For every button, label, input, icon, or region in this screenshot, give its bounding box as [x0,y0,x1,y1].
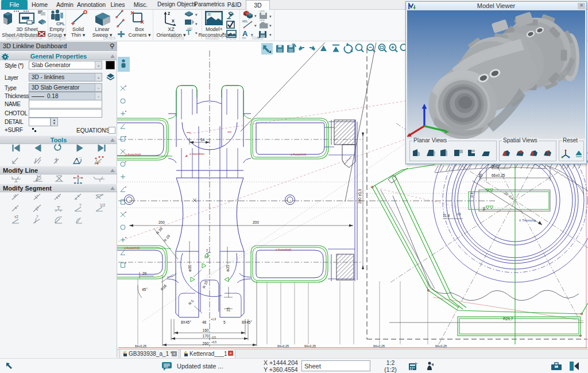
svg-text:64+0,25: 64+0,25 [135,344,146,348]
svg-text:M: M [257,36,259,39]
svg-text:64+0,25: 64+0,25 [373,344,385,348]
svg-text:+1,9: +1,9 [211,318,216,321]
svg-text:3x45°: 3x45° [491,164,501,168]
svg-text:TXT: TXT [242,37,246,40]
svg-text:Sheet: Sheet [2,32,16,38]
svg-text:Orientation ▾: Orientation ▾ [156,32,186,38]
svg-text:?: ? [36,215,38,219]
svg-text:⌀ reposition: ⌀ reposition [189,152,204,156]
svg-text:25: 25 [226,307,230,312]
svg-text:10: 10 [478,173,483,177]
svg-text:Sweep ▾: Sweep ▾ [92,32,113,38]
svg-text:Empty: Empty [49,26,64,32]
svg-text:R 5: R 5 [188,298,195,305]
svg-text:29: 29 [142,271,147,275]
svg-text:160: 160 [203,328,209,332]
svg-text:...: ... [7,52,10,56]
svg-text:280 ±0,3: 280 ±0,3 [358,189,362,204]
svg-text:CPL: CPL [56,21,65,26]
svg-text:⌀ Ausschnitt: ⌀ Ausschnitt [125,153,141,156]
svg-text:x: x [172,18,175,24]
svg-text:5: 5 [223,320,226,324]
svg-text:+0,5: +0,5 [211,341,216,344]
svg-text:...: ... [79,154,82,158]
svg-text:48: 48 [202,320,207,324]
svg-text:▾: ▾ [195,31,198,35]
svg-text:64+0,25: 64+0,25 [304,344,316,348]
svg-text:Box: Box [135,26,144,32]
svg-text:3D Sheet: 3D Sheet [16,26,38,32]
svg-text:MDL: MDL [242,20,248,23]
svg-text:▾: ▾ [195,13,198,17]
svg-text:R16: R16 [160,283,167,292]
svg-text:z: z [168,10,170,16]
svg-text:Reconstruct ▾: Reconstruct ▾ [198,32,230,38]
svg-text:XZ: XZ [168,26,175,32]
svg-text:OPR: OPR [260,10,265,13]
svg-text:♗ Trennung: ♗ Trennung [519,219,536,222]
svg-text:200: 200 [158,220,165,224]
svg-text:64+0,25: 64+0,25 [435,344,447,348]
svg-text:66±0,25: 66±0,25 [492,173,505,177]
svg-text:°: ° [248,18,249,22]
svg-text:R 38: R 38 [155,226,163,235]
svg-text:R 15: R 15 [202,280,208,289]
svg-text:▾: ▾ [269,24,272,28]
svg-text:3D: 3D [207,13,211,16]
svg-text:-0,3: -0,3 [457,213,461,216]
svg-text:x2: x2 [14,215,18,219]
svg-text:8X45°: 8X45° [181,320,191,324]
svg-text:Linear: Linear [95,26,109,32]
svg-text:OPR: OPR [260,19,265,22]
svg-text:54: 54 [200,138,205,142]
svg-text:⌀ Ausschnitt: ⌀ Ausschnitt [291,153,307,156]
svg-text:⌀ Ausschnitt: ⌀ Ausschnitt [124,246,140,250]
svg-text:▾: ▾ [195,22,198,26]
svg-text:8X45°: 8X45° [242,320,252,324]
svg-text:▾: ▾ [269,14,272,18]
svg-text:Solid: Solid [72,26,84,32]
svg-text:11,4: 11,4 [443,213,450,217]
svg-text:64+0,25: 64+0,25 [277,344,289,348]
svg-text:R 8: R 8 [470,192,474,197]
svg-text:Model+: Model+ [206,26,223,32]
svg-text:1/2: 1/2 [100,203,105,207]
svg-text:⊗25: ⊗25 [226,265,230,272]
svg-text:Corners ▾: Corners ▾ [128,32,151,38]
svg-text:?: ? [79,203,82,207]
svg-text:▾: ▾ [269,33,272,37]
svg-text:-0,5: -0,5 [211,336,216,339]
svg-text:2: 2 [206,248,208,252]
svg-text:▾: ▾ [251,33,253,37]
svg-text:200: 200 [253,220,259,224]
svg-text:▾: ▾ [254,24,257,28]
svg-text:Thin ▾: Thin ▾ [71,32,86,38]
svg-text:50: 50 [482,207,486,211]
svg-text:⌀ Ausschnitt: ⌀ Ausschnitt [276,248,292,251]
svg-text:R 28: R 28 [163,234,171,242]
svg-text:170: 170 [203,334,209,338]
svg-text:⊗90: ⊗90 [188,265,192,272]
svg-text:▾: ▾ [254,14,257,18]
svg-text:260: 260 [203,341,209,345]
svg-text:Attributes: Attributes [16,32,38,38]
svg-text:ABC: ABC [187,28,193,30]
svg-text:45°: 45° [142,287,148,292]
svg-text:Group ▾: Group ▾ [48,32,67,38]
